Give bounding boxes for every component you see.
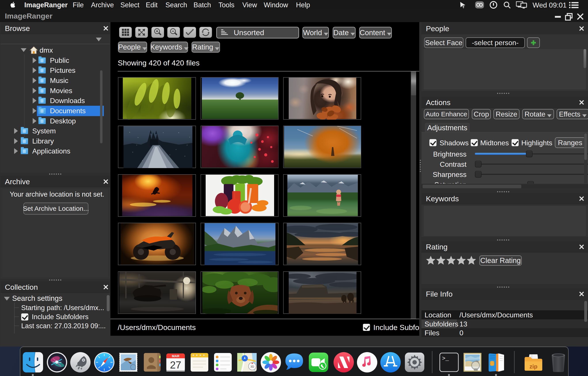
svg-text:3D: 3D [251,365,254,368]
svg-text:>_: >_ [442,355,449,362]
svg-text:MAR: MAR [172,354,179,358]
svg-text:27: 27 [170,359,181,371]
svg-text:zip: zip [529,363,537,370]
